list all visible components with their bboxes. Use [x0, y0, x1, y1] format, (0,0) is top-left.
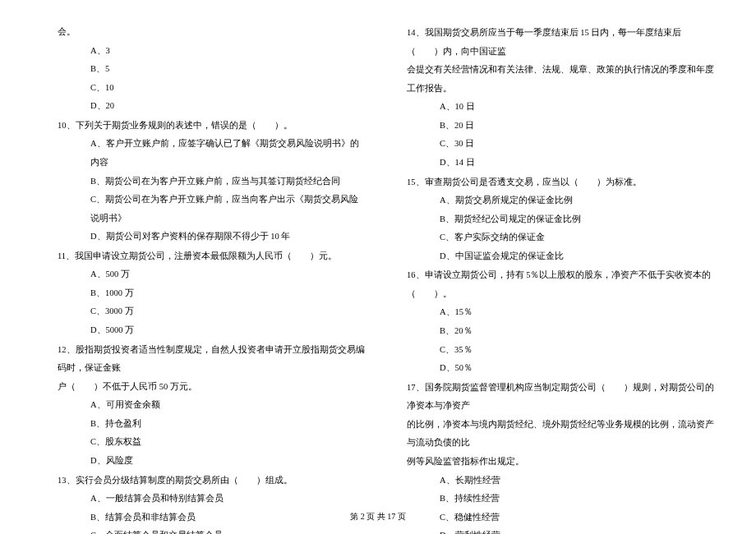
q16-option-c: C、35％ [407, 341, 715, 360]
q14-option-a: A、10 日 [407, 98, 715, 117]
q13-option-c: C、全面结算会员和交易结算会员 [58, 527, 366, 534]
q11-stem: 11、我国申请设立期货公司，注册资本最低限额为人民币（ ）元。 [58, 247, 366, 266]
q12-stem-line2: 户（ ）不低于人民币 50 万元。 [58, 378, 366, 397]
q17-stem-line2: 的比例，净资本与境内期货经纪、境外期货经纪等业务规模的比例，流动资产与流动负债的… [407, 416, 715, 453]
q12-stem-line1: 12、股指期货投资者适当性制度规定，自然人投资者申请开立股指期货交易编码时，保证… [58, 341, 366, 378]
q11-option-b: B、1000 万 [58, 284, 366, 303]
q16-stem: 16、申请设立期货公司，持有 5％以上股权的股东，净资产不低于实收资本的（ ）。 [407, 266, 715, 303]
q14-option-b: B、20 日 [407, 117, 715, 136]
q11-option-a: A、500 万 [58, 265, 366, 284]
q16-option-a: A、15％ [407, 303, 715, 322]
page-footer: 第 2 页 共 17 页 [0, 511, 756, 522]
q12-option-c: C、股东权益 [58, 433, 366, 452]
q13-stem: 13、实行会员分级结算制度的期货交易所由（ ）组成。 [58, 472, 366, 490]
q15-option-b: B、期货经纪公司规定的保证金比例 [407, 210, 715, 229]
q16-option-b: B、20％ [407, 322, 715, 341]
q14-stem-line2: 会提交有关经营情况和有关法律、法规、规章、政策的执行情况的季度和年度工作报告。 [407, 61, 715, 98]
q15-option-a: A、期货交易所规定的保证金比例 [407, 191, 715, 210]
q16-option-d: D、50％ [407, 359, 715, 378]
q17-option-d: D、营利性经营 [407, 527, 715, 534]
q12-option-a: A、可用资金余额 [58, 396, 366, 415]
q14-option-c: C、30 日 [407, 135, 715, 154]
q10-option-c: C、期货公司在为客户开立账户前，应当向客户出示《期货交易风险说明书》 [58, 191, 366, 228]
q14-stem-line1: 14、我国期货交易所应当于每一季度结束后 15 日内，每一年度结束后（ ）内，向… [407, 24, 715, 61]
q12-option-d: D、风险度 [58, 452, 366, 471]
prev-question-fragment: 会。 [58, 23, 366, 42]
q15-option-d: D、中国证监会规定的保证金比 [407, 247, 715, 266]
q10-stem: 10、下列关于期货业务规则的表述中，错误的是（ ）。 [58, 117, 366, 136]
q13-option-a: A、一般结算会员和特别结算会员 [58, 490, 366, 509]
q17-option-b: B、持续性经营 [407, 490, 715, 509]
q14-option-d: D、14 日 [407, 154, 715, 173]
q15-stem: 15、审查期货公司是否透支交易，应当以（ ）为标准。 [407, 173, 715, 192]
q9-option-a: A、3 [58, 42, 366, 61]
q11-option-d: D、5000 万 [58, 321, 366, 340]
q9-option-b: B、5 [58, 60, 366, 79]
q10-option-b: B、期货公司在为客户开立账户前，应当与其签订期货经纪合同 [58, 173, 366, 191]
q12-option-b: B、持仓盈利 [58, 415, 366, 434]
q15-option-c: C、客户实际交纳的保证金 [407, 228, 715, 247]
q11-option-c: C、3000 万 [58, 302, 366, 321]
q9-option-d: D、20 [58, 97, 366, 116]
q9-option-c: C、10 [58, 79, 366, 98]
q17-stem-line1: 17、国务院期货监督管理机构应当制定期货公司（ ）规则，对期货公司的净资本与净资… [407, 379, 715, 416]
q10-option-d: D、期货公司对客户资料的保存期限不得少于 10 年 [58, 228, 366, 246]
q17-stem-line3: 例等风险监管指标作出规定。 [407, 453, 715, 472]
q10-option-a: A、客户开立账户前，应签字确认已了解《期货交易风险说明书》的内容 [58, 135, 366, 172]
q17-option-a: A、长期性经营 [407, 472, 715, 490]
